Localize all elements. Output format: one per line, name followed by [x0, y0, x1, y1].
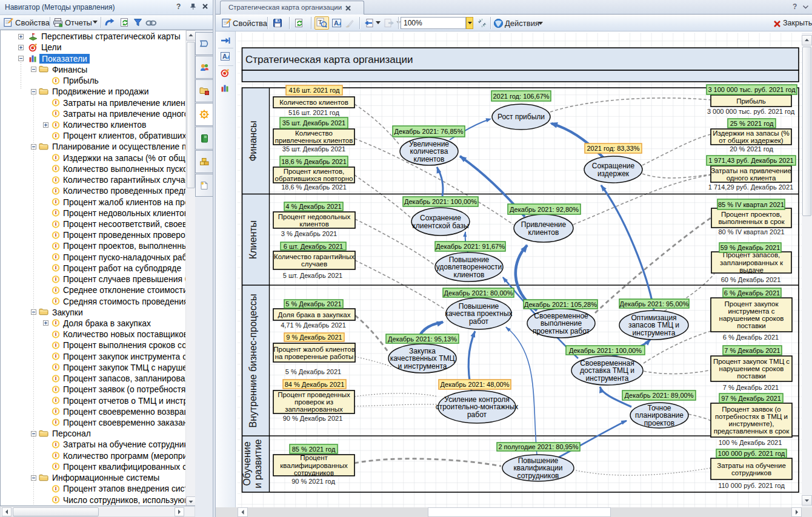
svg-text:2 полугодие 2021: 80,95%: 2 полугодие 2021: 80,95%	[498, 443, 578, 450]
svg-text:3 000 000 тыс. руб. 2021 год: 3 000 000 тыс. руб. 2021 год	[707, 108, 795, 115]
svg-text:Финансы: Финансы	[248, 120, 258, 161]
svg-text:3 % Декабрь 2021: 3 % Декабрь 2021	[281, 230, 337, 237]
svg-text:100 000 руб. 2021 год: 100 000 руб. 2021 год	[718, 450, 785, 457]
svg-text:25 % 2021 год: 25 % 2021 год	[730, 120, 774, 127]
svg-text:Декабрь 2021: 100,00%: Декабрь 2021: 100,00%	[569, 347, 642, 354]
svg-text:Внутренние бизнес-процессы: Внутренние бизнес-процессы	[248, 294, 258, 428]
svg-text:7 % Декабрь 2021: 7 % Декабрь 2021	[724, 347, 780, 354]
svg-text:110 000 руб. 2021 год: 110 000 руб. 2021 год	[718, 482, 785, 489]
svg-text:5 % Декабрь 2021: 5 % Декабрь 2021	[285, 368, 341, 375]
svg-text:7 % Декабрь 2021: 7 % Декабрь 2021	[723, 384, 779, 391]
svg-text:6 % Декабрь 2021: 6 % Декабрь 2021	[724, 289, 780, 297]
svg-text:5 шт. Декабрь 2021: 5 шт. Декабрь 2021	[283, 272, 342, 279]
svg-text:Оптимизациязапасов ТМЦ иинстру: Оптимизациязапасов ТМЦ иинструмента	[628, 314, 679, 338]
svg-text:Доля брака в закупках: Доля брака в закупках	[278, 311, 351, 318]
svg-text:18,6 % Декабрь 2021: 18,6 % Декабрь 2021	[281, 183, 347, 191]
svg-text:85 % IV квартал 2021: 85 % IV квартал 2021	[718, 201, 784, 208]
svg-text:Декабрь 2021: 105,28%: Декабрь 2021: 105,28%	[524, 301, 597, 308]
svg-text:Издержки на запасы (%от общих: Издержки на запасы (%от общих издержек)	[713, 130, 790, 144]
svg-text:9 % Декабрь 2021: 9 % Декабрь 2021	[286, 334, 342, 341]
svg-text:Декабрь 2021: 80,00%: Декабрь 2021: 80,00%	[444, 289, 513, 297]
svg-text:Декабрь 2021: 89,00%: Декабрь 2021: 89,00%	[625, 392, 694, 399]
svg-text:Процент клиентов,обратившихся: Процент клиентов,обратившихся повторно	[275, 168, 353, 182]
svg-text:6 % Декабрь 2021: 6 % Декабрь 2021	[723, 334, 779, 341]
svg-text:Сокращениеиздержек: Сокращениеиздержек	[592, 162, 635, 178]
svg-text:A: A	[334, 19, 339, 27]
svg-text:90 % Декабрь 2021: 90 % Декабрь 2021	[283, 415, 343, 422]
svg-text:516 шт. 2021 год: 516 шт. 2021 год	[288, 109, 339, 116]
svg-text:Стратегическая карта организац: Стратегическая карта организации	[245, 54, 413, 65]
svg-text:4 % Декабрь 2021: 4 % Декабрь 2021	[285, 203, 341, 210]
svg-text:20 % 2021 год: 20 % 2021 год	[730, 145, 773, 153]
svg-text:Своевременнаядоставка ТМЦ иинс: Своевременнаядоставка ТМЦ иинструмента	[580, 359, 634, 383]
svg-text:A: A	[222, 53, 227, 60]
svg-text:и развитие: и развитие	[253, 439, 263, 488]
svg-text:2021 год: 106,67%: 2021 год: 106,67%	[493, 93, 549, 100]
svg-text:3 100 000 тыс. руб. 2021 год: 3 100 000 тыс. руб. 2021 год	[708, 86, 796, 93]
svg-text:Процент жалоб клиентовна прове: Процент жалоб клиентовна проверенные раб…	[273, 346, 355, 360]
svg-text:97 % Декабрь 2021: 97 % Декабрь 2021	[721, 395, 781, 402]
svg-text:Процент проектов,выполненных в: Процент проектов,выполненных в срок	[719, 211, 785, 225]
svg-text:Декабрь 2021: 95,13%: Декабрь 2021: 95,13%	[388, 335, 457, 343]
svg-text:Декабрь 2021: 91,67%: Декабрь 2021: 91,67%	[436, 243, 505, 250]
svg-text:Клиенты: Клиенты	[248, 220, 258, 259]
svg-text:2021 год: 83,33%: 2021 год: 83,33%	[587, 145, 639, 152]
svg-text:Обучение: Обучение	[242, 441, 252, 486]
svg-text:1 714,29 руб. Декабрь 2021: 1 714,29 руб. Декабрь 2021	[708, 183, 793, 191]
svg-text:4,71 % Декабрь 2021: 4,71 % Декабрь 2021	[281, 321, 346, 329]
svg-text:Рост прибыли: Рост прибыли	[498, 113, 545, 121]
svg-text:Сохранениеклиентской базы: Сохранениеклиентской базы	[412, 214, 468, 230]
svg-text:Прибыль: Прибыль	[736, 97, 766, 105]
svg-text:5 % Декабрь 2021: 5 % Декабрь 2021	[285, 300, 341, 308]
svg-text:1 971,43 руб. Декабрь 2021: 1 971,43 руб. Декабрь 2021	[708, 157, 793, 164]
svg-text:35 шт. Декабрь 2021: 35 шт. Декабрь 2021	[282, 119, 345, 127]
svg-text:6 шт. Декабрь 2021: 6 шт. Декабрь 2021	[284, 243, 343, 250]
svg-text:35 шт. Декабрь 2021: 35 шт. Декабрь 2021	[282, 145, 345, 153]
svg-text:90 % 2021 год: 90 % 2021 год	[291, 478, 335, 485]
svg-text:59 % Декабрь 2021: 59 % Декабрь 2021	[720, 244, 780, 251]
svg-text:Декабрь 2021: 100,00%: Декабрь 2021: 100,00%	[404, 198, 477, 205]
svg-text:Увеличениеколичестваклиентов: Увеличениеколичестваклиентов	[409, 140, 449, 164]
svg-text:Декабрь 2021: 76,85%: Декабрь 2021: 76,85%	[394, 128, 464, 135]
svg-text:100 % Декабрь 2021: 100 % Декабрь 2021	[719, 439, 782, 446]
svg-text:Количество клиентов: Количество клиентов	[279, 99, 348, 106]
svg-text:Повышениеквалификациисотрудник: Повышениеквалификациисотрудников	[514, 456, 563, 481]
svg-text:18,6 % Декабрь 2021: 18,6 % Декабрь 2021	[281, 158, 347, 165]
svg-text:85 % 2021 год: 85 % 2021 год	[292, 446, 336, 453]
svg-text:Декабрь 2021: 95,00%: Декабрь 2021: 95,00%	[620, 300, 689, 308]
svg-text:Декабрь 2021: 92,80%: Декабрь 2021: 92,80%	[510, 206, 579, 213]
svg-text:84 % Декабрь 2021: 84 % Декабрь 2021	[285, 381, 345, 388]
svg-text:Декабрь 2021: 48,00%: Декабрь 2021: 48,00%	[441, 381, 510, 388]
svg-text:416 шт. 2021 год: 416 шт. 2021 год	[289, 87, 340, 94]
svg-text:Своевременноевыполнениепроектн: Своевременноевыполнениепроектных работ	[533, 312, 590, 336]
svg-text:80 % IV квартал 2021: 80 % IV квартал 2021	[718, 228, 784, 235]
svg-text:60 % Декабрь 2021: 60 % Декабрь 2021	[721, 276, 781, 283]
